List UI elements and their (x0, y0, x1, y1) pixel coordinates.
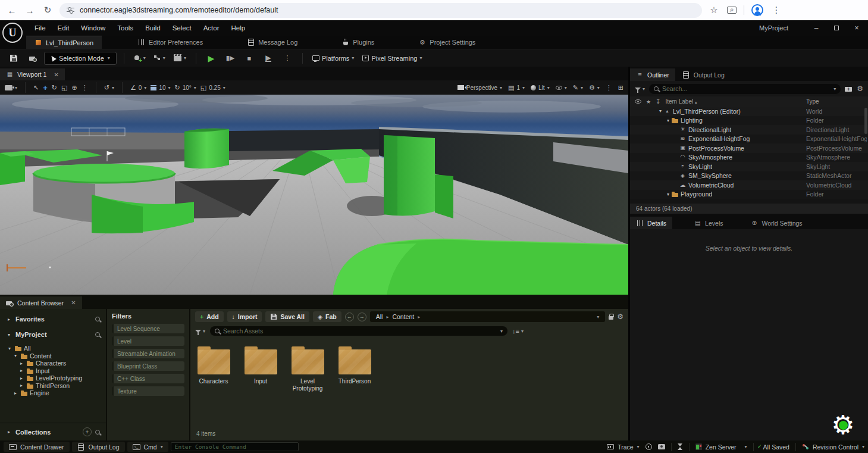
transform-options-icon[interactable]: ⋮ (82, 84, 88, 92)
filter-pill[interactable]: Streamable Animation (112, 349, 184, 358)
outliner-row[interactable]: SM_SkySphere StaticMeshActor (630, 171, 868, 181)
rotate-tool[interactable]: ↻ (52, 84, 57, 92)
all-saved-button[interactable]: All Saved (760, 443, 789, 451)
browser-menu-icon[interactable]: ⋮ (770, 5, 782, 15)
menu-item[interactable]: Actor (198, 24, 225, 32)
platforms-dropdown[interactable]: Platforms▾ (310, 51, 356, 65)
chevron-down-icon[interactable]: ▾ (500, 329, 503, 334)
expander-icon[interactable] (7, 346, 12, 351)
insights-icon[interactable] (645, 443, 652, 450)
favorites-section[interactable]: Favorites (0, 311, 106, 327)
expander-icon[interactable] (18, 361, 24, 366)
pin-icon[interactable]: ↧ (656, 98, 660, 105)
content-browser-button[interactable] (25, 51, 40, 65)
menu-item[interactable]: Window (75, 24, 111, 32)
menu-item[interactable]: Help (225, 24, 252, 32)
close-icon[interactable]: × (853, 24, 861, 32)
content-drawer-button[interactable]: Content Drawer (4, 442, 70, 452)
scale-snap-dropdown[interactable]: ◱0.25▾ (200, 84, 225, 92)
folder-tree-item[interactable]: Content (5, 352, 106, 360)
search-icon[interactable] (95, 332, 100, 337)
console-command-input[interactable] (171, 442, 299, 451)
screen-ratio-dropdown[interactable]: ▤1▾ (508, 84, 525, 92)
filter-pill[interactable]: Level Sequence (112, 324, 184, 333)
folder-tree-item[interactable]: All (5, 345, 106, 352)
blueprints-dropdown[interactable]: ▾ (152, 51, 168, 65)
expander-icon[interactable] (18, 376, 24, 381)
scrollbar-thumb[interactable] (864, 108, 867, 134)
close-icon[interactable]: ✕ (71, 299, 76, 306)
filter-pill[interactable]: Blueprint Class (112, 361, 184, 371)
panel-tab[interactable]: World Settings (744, 217, 808, 229)
bookmark-icon[interactable]: ☆ (708, 5, 720, 15)
asset-folder[interactable]: Level Prototyping (289, 345, 326, 392)
stream-settings-button[interactable]: ⚙ (831, 413, 856, 438)
outliner-filter-dropdown[interactable]: ▾ (635, 86, 645, 92)
folder-tree-item[interactable]: Input (5, 367, 106, 375)
asset-search-input[interactable] (223, 327, 497, 335)
viewport-options-icon[interactable]: ⋮ (606, 84, 612, 92)
filter-pill[interactable]: Level (112, 336, 184, 346)
close-icon[interactable]: ✕ (54, 71, 58, 78)
chevron-down-icon[interactable]: ▾ (833, 86, 836, 92)
orbit-dropdown[interactable]: ↺▾ (104, 84, 114, 92)
filter-pill[interactable]: Texture (112, 386, 184, 396)
menu-item[interactable]: Tools (111, 24, 139, 32)
outliner-row[interactable]: Lvl_ThirdPerson (Editor) World (630, 107, 868, 116)
address-bar[interactable]: connector.eagle3dstreaming.com/remoteedi… (59, 3, 702, 18)
menu-item[interactable]: Build (139, 24, 167, 32)
fab-button[interactable]: ◈Fab (313, 311, 341, 322)
selection-mode-dropdown[interactable]: Selection Mode ▾ (44, 52, 117, 65)
expander-icon[interactable] (665, 192, 671, 197)
profile-avatar[interactable] (751, 4, 763, 16)
camera-speed-dropdown[interactable]: ▾ (5, 85, 17, 90)
cmd-dropdown[interactable]: >_Cmd▾ (127, 442, 168, 452)
expander-icon[interactable] (18, 383, 24, 388)
menu-item[interactable]: File (29, 24, 52, 32)
folder-tree-item[interactable]: Engine (5, 389, 106, 397)
eye-icon[interactable] (635, 99, 641, 104)
site-settings-icon[interactable] (67, 8, 74, 13)
search-icon[interactable] (95, 317, 100, 321)
outliner-row[interactable]: SkyLight SkyLight (630, 162, 868, 171)
asset-folder[interactable]: Input (242, 345, 279, 392)
type-column[interactable]: Type (806, 98, 819, 105)
panel-tab[interactable]: Levels (688, 217, 729, 229)
star-icon[interactable]: ★ (646, 99, 651, 105)
breadcrumb-item[interactable]: All ▸ (376, 313, 389, 320)
screenshot-icon[interactable] (658, 444, 665, 449)
asset-folder[interactable]: ThirdPerson (336, 345, 373, 392)
folder-tree-item[interactable]: Characters (5, 360, 106, 367)
launch-button[interactable]: ▶ (261, 51, 276, 65)
reload-icon[interactable]: ↻ (42, 5, 54, 15)
viewport-scene[interactable] (0, 95, 628, 295)
add-button[interactable]: +Add (195, 311, 224, 322)
expander-icon[interactable] (12, 390, 18, 396)
sort-dropdown[interactable]: ↓≡▾ (512, 327, 524, 335)
nav-forward-icon[interactable]: → (358, 313, 366, 321)
scale-tool[interactable]: ◱ (61, 84, 67, 92)
breadcrumb[interactable]: All ▸ Content ▸ ▾ (370, 311, 606, 322)
expander-icon[interactable] (18, 368, 24, 373)
forward-icon[interactable]: → (24, 5, 36, 15)
viewport-brush-dropdown[interactable]: ✎▾ (573, 84, 583, 92)
panel-tab[interactable]: Outliner (630, 68, 675, 81)
outliner-row[interactable]: Lighting Folder (630, 116, 868, 126)
minimize-icon[interactable]: – (812, 24, 820, 32)
output-log-button[interactable]: Output Log (72, 442, 125, 452)
new-folder-icon[interactable] (845, 86, 853, 92)
stop-button[interactable]: ■ (242, 51, 257, 65)
settings-gear-icon[interactable]: ⚙ (617, 313, 623, 321)
zen-server-dropdown[interactable]: Zen Server▾ (695, 443, 747, 451)
item-label-column[interactable]: Item Label ▴ (665, 98, 697, 105)
revision-control-dropdown[interactable]: Revision Control▾ (802, 443, 864, 451)
play-options-button[interactable]: ⋮ (280, 51, 295, 65)
add-collection-icon[interactable]: + (83, 427, 92, 436)
cinematics-dropdown[interactable]: ▾ (171, 51, 189, 65)
quad-view-icon[interactable]: ⊞ (618, 84, 623, 92)
asset-folder[interactable]: Characters (195, 345, 232, 392)
asset-filter-dropdown[interactable]: ▾ (195, 329, 205, 334)
collections-section[interactable]: Collections + (0, 423, 106, 440)
save-button[interactable] (6, 51, 21, 65)
filter-pill[interactable]: C++ Class (112, 374, 184, 383)
